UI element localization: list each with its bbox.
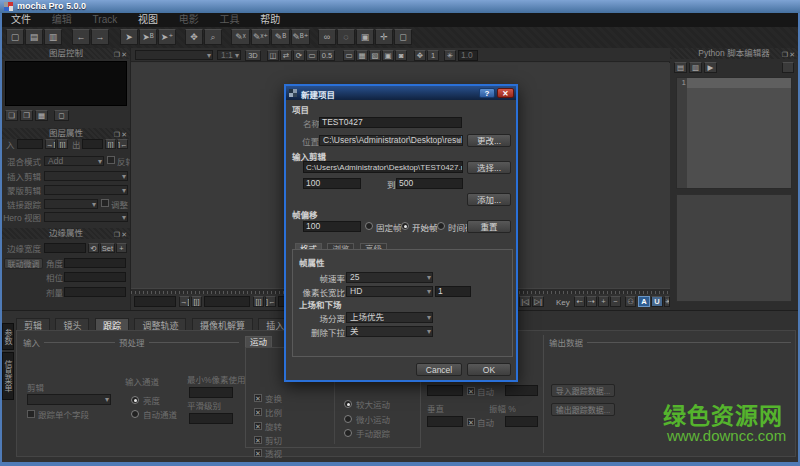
proxy-icon[interactable]: ▭	[306, 50, 318, 61]
layer-properties-header[interactable]: 图层属性 ❐✕	[2, 128, 130, 139]
reset-button[interactable]: 重置	[467, 220, 511, 233]
goto-out-icon[interactable]: ]←	[265, 296, 276, 307]
duplicate-layer-icon[interactable]: ❐	[20, 110, 33, 121]
open-project-icon[interactable]: ▤	[25, 29, 43, 45]
half-res-button[interactable]: 0.5	[319, 50, 335, 61]
edge-properties-header[interactable]: 边缘属性 ❐✕	[2, 228, 130, 239]
edge-width-field[interactable]	[44, 243, 86, 253]
split-view-icon[interactable]: ◫	[267, 50, 279, 61]
start-frame-radio[interactable]	[401, 222, 409, 230]
swap-ab-icon[interactable]: ⇄	[280, 50, 292, 61]
angle-field[interactable]	[64, 258, 126, 268]
python-panel-header[interactable]: Python 脚本编辑器 ❐✕	[670, 48, 798, 59]
export-track-data-button[interactable]: 输出跟踪数据...	[551, 403, 615, 416]
save-project-icon[interactable]: ▥	[44, 29, 62, 45]
step-back-icon[interactable]: |◁	[519, 296, 531, 307]
auto-horizontal-checkbox[interactable]	[467, 387, 475, 395]
marquee-icon[interactable]: ◻	[394, 29, 412, 45]
lasso-icon[interactable]: ◌	[337, 29, 355, 45]
blend-mode-dropdown[interactable]: Add	[44, 156, 104, 166]
edge-set-button[interactable]: Set	[100, 243, 115, 253]
app-titlebar[interactable]: mocha Pro 5.0.0	[0, 0, 800, 13]
script-option-box[interactable]	[782, 62, 794, 73]
script-open-icon[interactable]: ▤	[674, 62, 687, 73]
par-dropdown[interactable]: HD	[346, 286, 433, 297]
script-editor[interactable]: 1	[676, 77, 792, 189]
next-key-icon[interactable]: ⇢	[586, 296, 597, 307]
select-add-icon[interactable]: ➤⁺	[158, 29, 176, 45]
dock-buttons-icon[interactable]: ❐✕	[782, 49, 796, 60]
mark-in-icon[interactable]: [|]	[191, 296, 202, 307]
prev-key-icon[interactable]: ⇠	[574, 296, 585, 307]
script-console[interactable]	[676, 194, 792, 302]
small-motion-radio[interactable]	[344, 415, 352, 423]
link-icon[interactable]: ∞	[318, 29, 336, 45]
fixed-frame-radio[interactable]	[365, 222, 373, 230]
out-field[interactable]	[82, 139, 103, 149]
angle-search-field[interactable]	[505, 385, 538, 396]
layer-select-dropdown[interactable]	[135, 50, 213, 60]
insert-clip-dropdown[interactable]	[44, 171, 128, 181]
contrast-one-icon[interactable]: 1	[427, 50, 439, 61]
remove-pulldown-dropdown[interactable]: 关	[346, 326, 433, 337]
grid-b-icon[interactable]: ▧	[369, 50, 381, 61]
delete-layer-icon[interactable]: ▦	[35, 110, 48, 121]
mark-out-icon[interactable]: [|]	[105, 139, 116, 149]
side-tab-parameters[interactable]: 参数	[2, 323, 14, 350]
delete-key-icon[interactable]: −	[610, 296, 621, 307]
phase-field[interactable]	[64, 272, 126, 282]
step-forward-icon[interactable]: ▷|	[532, 296, 544, 307]
cancel-button[interactable]: Cancel	[416, 363, 462, 376]
matte-clip-dropdown[interactable]	[44, 185, 128, 195]
mark-in-icon[interactable]: [|]	[57, 139, 68, 149]
gain-field[interactable]: 1.0	[458, 50, 478, 61]
spline-x-icon[interactable]: ✎ˣ	[231, 29, 250, 45]
dose-field[interactable]	[64, 287, 126, 297]
min-pixels-field[interactable]	[189, 387, 233, 398]
spline-b-icon[interactable]: ✎ᴮ	[271, 29, 290, 45]
add-key-icon[interactable]: +	[598, 296, 609, 307]
rotate-view-icon[interactable]: ⟳	[293, 50, 305, 61]
side-tab-info-menu[interactable]: 信息菜单	[2, 352, 14, 400]
edge-reset-icon[interactable]: ⟲	[88, 243, 99, 253]
invert-checkbox[interactable]	[107, 156, 115, 164]
clip-dropdown[interactable]	[27, 394, 111, 405]
fps-dropdown[interactable]: 25	[346, 272, 433, 283]
layer-control-header[interactable]: 图层控制 ❐✕	[2, 48, 130, 59]
scale-checkbox[interactable]	[254, 408, 262, 416]
link-track-dropdown[interactable]	[44, 199, 98, 209]
dock-buttons-icon[interactable]: ❐✕	[114, 229, 128, 240]
move-icon[interactable]: ✛	[375, 29, 393, 45]
spline-x-add-icon[interactable]: ✎ˣ⁺	[251, 29, 270, 45]
large-motion-radio[interactable]	[344, 400, 352, 408]
zoom-pct-field[interactable]	[505, 416, 538, 427]
linked-tweak-button[interactable]: 联动微调	[4, 258, 43, 269]
zoom-level-dropdown[interactable]: 1:1	[217, 50, 241, 60]
uberkey-toggle[interactable]: U	[651, 296, 663, 307]
single-field-checkbox[interactable]	[27, 410, 35, 418]
auto-vertical-checkbox[interactable]	[467, 418, 475, 426]
choose-button[interactable]: 选择...	[467, 161, 511, 174]
menu-file[interactable]: 文件	[2, 14, 40, 25]
par-number-field[interactable]: 1	[435, 286, 471, 297]
range-start-field[interactable]: 100	[303, 178, 361, 189]
vertical-field[interactable]	[427, 416, 463, 427]
blur-level-field[interactable]	[189, 413, 233, 424]
mark-out-icon[interactable]: [|]	[253, 296, 264, 307]
goto-in-icon[interactable]: →[	[45, 139, 56, 149]
forward-icon[interactable]: →	[91, 29, 109, 45]
goto-in-icon[interactable]: →[	[179, 296, 190, 307]
dock-buttons-icon[interactable]: ❐✕	[114, 49, 128, 60]
transform-icon[interactable]: ▣	[356, 29, 374, 45]
new-layer-icon[interactable]: ❏	[5, 110, 18, 121]
edge-plus-icon[interactable]: +	[116, 243, 127, 253]
horizontal-field[interactable]	[427, 385, 463, 396]
timecode-radio[interactable]	[437, 222, 445, 230]
dialog-close-button[interactable]: ✕	[497, 88, 514, 98]
autokey-toggle[interactable]: A	[638, 296, 650, 307]
import-track-data-button[interactable]: 导入跟踪数据...	[551, 384, 615, 397]
gain-icon[interactable]: ✳	[444, 50, 456, 61]
menu-view[interactable]: 视图	[129, 14, 167, 25]
name-field[interactable]: TEST0427	[319, 117, 462, 128]
auto-channel-radio[interactable]	[131, 410, 139, 418]
